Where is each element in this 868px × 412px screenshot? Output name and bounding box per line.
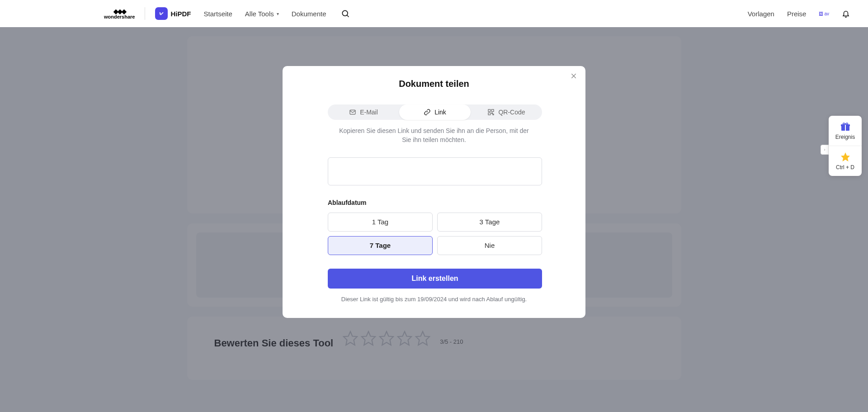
tab-email-label: E-Mail [360,109,378,116]
close-button[interactable] [570,72,577,81]
search-icon [341,9,350,18]
share-link-field[interactable] [328,157,542,185]
side-panel-collapse[interactable]: › [821,145,829,155]
expiry-never[interactable]: Nie [437,236,542,255]
tab-link-label: Link [434,109,446,116]
tab-email[interactable]: E-Mail [328,104,399,120]
side-event[interactable]: Ereignis [829,116,862,146]
header: ◆◆◆ wondershare HiPDF Startseite Alle To… [0,0,868,27]
side-event-label: Ereignis [835,134,855,140]
side-panel: Ereignis Ctrl + D [829,116,862,176]
hipdf-logo-icon [155,7,168,20]
tab-qrcode[interactable]: QR-Code [471,104,542,120]
hipdf-logo[interactable]: HiPDF [155,7,191,20]
expiry-1-day[interactable]: 1 Tag [328,213,433,232]
star-icon [840,152,851,162]
chevron-right-icon: › [824,147,826,152]
expiry-7-days[interactable]: 7 Tage [328,236,433,255]
tab-qrcode-label: QR-Code [498,109,525,116]
tab-link[interactable]: Link [399,104,471,120]
svg-point-0 [342,10,348,16]
notifications-button[interactable] [842,9,850,18]
brand-group: ◆◆◆ wondershare HiPDF [104,7,191,20]
wondershare-logo[interactable]: ◆◆◆ wondershare [104,8,135,19]
tab-description: Kopieren Sie diesen Link und senden Sie … [335,126,533,145]
svg-rect-11 [492,109,494,112]
nav-pricing[interactable]: Preise [787,10,807,18]
svg-marker-18 [841,152,850,161]
svg-rect-17 [845,124,846,131]
nav-documents[interactable]: Dokumente [292,10,326,18]
modal-overlay[interactable]: Dokument teilen E-Mail Link QR-Code Kopi… [0,27,868,412]
svg-rect-10 [488,109,491,112]
search-button[interactable] [341,9,350,18]
link-icon [424,109,431,116]
expiry-options: 1 Tag 3 Tage 7 Tage Nie [328,213,542,255]
vertical-divider [145,7,145,20]
nav-templates[interactable]: Vorlagen [748,10,774,18]
validity-note: Dieser Link ist gültig bis zum 19/09/202… [328,296,540,303]
header-right: Vorlagen Preise av [748,9,850,18]
nav-home[interactable]: Startseite [203,10,232,18]
svg-rect-13 [492,113,493,114]
mail-icon [349,109,356,116]
gift-icon [840,121,851,132]
side-bookmark-label: Ctrl + D [836,164,854,170]
wondershare-text: wondershare [104,14,135,19]
side-bookmark[interactable]: Ctrl + D [829,146,862,176]
chevron-down-icon: ▾ [277,11,279,16]
expiry-label: Ablaufdatum [328,199,542,206]
qrcode-icon [487,109,495,116]
share-modal: Dokument teilen E-Mail Link QR-Code Kopi… [283,66,585,318]
bell-icon [842,9,850,18]
nav-all-tools-label: Alle Tools [245,10,274,18]
share-tabs: E-Mail Link QR-Code [328,104,542,120]
avatar[interactable]: av [819,11,829,16]
hipdf-text: HiPDF [170,10,191,18]
close-icon [570,72,577,80]
svg-line-1 [347,15,349,17]
expiry-3-days[interactable]: 3 Tage [437,213,542,232]
nav-all-tools[interactable]: Alle Tools ▾ [245,10,279,18]
create-link-button[interactable]: Link erstellen [328,269,542,289]
svg-rect-12 [488,113,491,115]
modal-title: Dokument teilen [328,79,540,89]
main-nav: Startseite Alle Tools ▾ Dokumente [203,9,349,18]
svg-rect-14 [493,114,494,115]
